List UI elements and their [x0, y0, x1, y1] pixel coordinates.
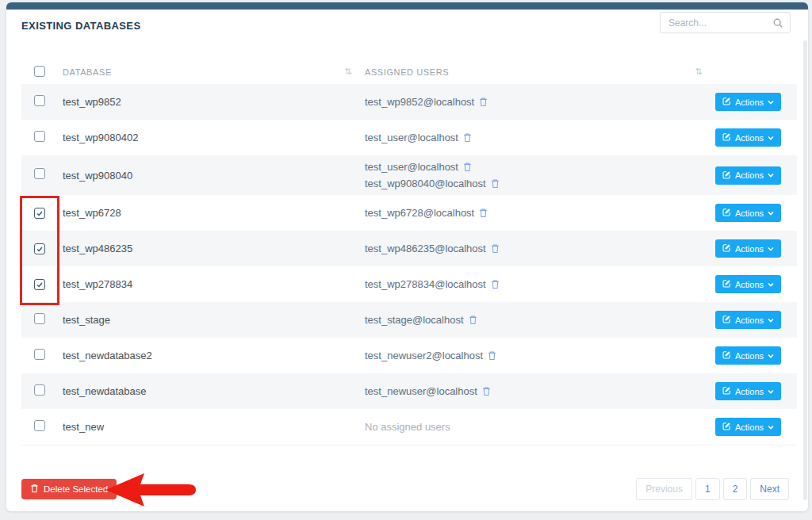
row-checkbox[interactable] — [34, 420, 45, 431]
chevron-down-icon — [768, 247, 774, 251]
remove-user-trash-icon[interactable] — [479, 97, 488, 107]
database-name: test_new — [63, 421, 357, 433]
table-row: test_newdatabase test_newuser@localhost … — [21, 373, 797, 409]
actions-label: Actions — [735, 351, 764, 361]
row-checkbox[interactable] — [34, 131, 45, 142]
user-name: test_stage@localhost — [365, 312, 464, 328]
table-body: test_wp9852 test_wp9852@localhost Action… — [21, 84, 797, 445]
edit-icon — [722, 170, 731, 181]
column-header-assigned-users[interactable]: ASSIGNED USERS — [365, 67, 449, 77]
column-header-database[interactable]: DATABASE — [63, 67, 112, 77]
remove-user-trash-icon[interactable] — [482, 386, 491, 396]
remove-user-trash-icon[interactable] — [491, 178, 500, 189]
actions-button[interactable]: Actions — [715, 418, 781, 436]
remove-user-trash-icon[interactable] — [469, 315, 477, 325]
pagination-previous[interactable]: Previous — [636, 478, 692, 500]
row-checkbox[interactable] — [34, 349, 45, 360]
row-checkbox[interactable] — [34, 279, 45, 290]
delete-selected-button[interactable]: Delete Selected — [21, 479, 117, 499]
row-checkbox[interactable] — [34, 168, 45, 179]
remove-user-trash-icon[interactable] — [479, 208, 488, 218]
database-name: test_wp6728 — [63, 207, 357, 219]
pagination: Previous 1 2 Next — [636, 478, 789, 500]
row-checkbox[interactable] — [34, 384, 45, 396]
assigned-user: test_stage@localhost — [365, 312, 707, 328]
pagination-page-2[interactable]: 2 — [723, 478, 748, 500]
table-row: test_wp9080402 test_user@localhost Actio… — [21, 120, 797, 155]
table-row: test_wp486235 test_wp486235@localhost Ac… — [21, 231, 797, 266]
remove-user-trash-icon[interactable] — [463, 132, 472, 143]
actions-label: Actions — [735, 208, 764, 218]
assigned-user: test_wp908040@localhost — [365, 175, 707, 192]
user-name: test_user@localhost — [365, 129, 458, 146]
database-name: test_wp278834 — [63, 278, 357, 290]
user-name: test_user@localhost — [365, 159, 458, 175]
actions-label: Actions — [735, 244, 764, 254]
row-checkbox[interactable] — [34, 313, 45, 324]
table-row: test_wp278834 test_wp278834@localhost Ac… — [21, 266, 797, 302]
database-name: test_wp908040 — [63, 170, 357, 182]
scrollbar-track[interactable] — [803, 40, 807, 500]
edit-icon — [722, 350, 731, 361]
chevron-down-icon — [768, 100, 774, 105]
table-row: test_new No assigned users Actions — [21, 409, 797, 445]
assigned-user: test_wp278834@localhost — [365, 276, 707, 292]
assigned-user: test_wp9852@localhost — [365, 94, 707, 110]
user-name: test_newuser2@localhost — [365, 347, 483, 364]
chevron-down-icon — [768, 173, 774, 178]
actions-button[interactable]: Actions — [715, 346, 781, 365]
user-name: test_wp278834@localhost — [365, 276, 486, 292]
chevron-down-icon — [768, 318, 774, 323]
chevron-down-icon — [768, 282, 774, 287]
assigned-users-cell: No assigned users — [357, 419, 707, 435]
pagination-page-1[interactable]: 1 — [695, 478, 720, 500]
table-header-row: DATABASE ⇅ ASSIGNED USERS ⇅ — [21, 59, 797, 84]
assigned-users-cell: test_newuser@localhost — [357, 383, 707, 400]
pagination-next[interactable]: Next — [750, 478, 789, 500]
assigned-users-cell: test_wp486235@localhost — [357, 240, 707, 257]
actions-button[interactable]: Actions — [715, 382, 781, 400]
actions-button[interactable]: Actions — [715, 275, 781, 293]
actions-button[interactable]: Actions — [715, 166, 781, 185]
row-checkbox[interactable] — [34, 208, 45, 219]
remove-user-trash-icon[interactable] — [488, 350, 496, 361]
actions-label: Actions — [735, 315, 764, 325]
edit-icon — [722, 279, 731, 289]
assigned-user: test_user@localhost — [365, 159, 707, 175]
database-name: test_wp9852 — [63, 96, 357, 108]
search-icon — [772, 17, 783, 29]
select-all-checkbox[interactable] — [34, 66, 45, 77]
database-name: test_newdatabase — [63, 385, 357, 397]
page-title: EXISTING DATABASES — [21, 20, 140, 32]
row-checkbox[interactable] — [34, 243, 45, 254]
actions-button[interactable]: Actions — [715, 204, 781, 222]
database-name: test_newdatabase2 — [63, 350, 357, 361]
actions-label: Actions — [735, 170, 764, 180]
assigned-users-cell: test_user@localhost test_wp908040@localh… — [357, 159, 707, 192]
row-checkbox[interactable] — [34, 95, 45, 106]
sort-icon-database[interactable]: ⇅ — [344, 67, 352, 77]
table-row: test_wp908040 test_user@localhost test_w… — [21, 155, 797, 195]
assigned-user: test_newuser2@localhost — [365, 347, 707, 364]
table-row: test_stage test_stage@localhost Actions — [21, 302, 797, 338]
edit-icon — [722, 132, 731, 143]
actions-button[interactable]: Actions — [715, 93, 781, 111]
remove-user-trash-icon[interactable] — [491, 243, 500, 254]
assigned-users-cell: test_wp9852@localhost — [357, 94, 707, 110]
actions-label: Actions — [735, 422, 764, 432]
actions-button[interactable]: Actions — [715, 239, 781, 258]
edit-icon — [722, 97, 731, 107]
sort-icon-assigned-users[interactable]: ⇅ — [695, 67, 703, 77]
chevron-down-icon — [768, 389, 774, 394]
actions-button[interactable]: Actions — [715, 128, 781, 147]
remove-user-trash-icon[interactable] — [491, 279, 500, 289]
remove-user-trash-icon[interactable] — [463, 162, 472, 172]
databases-table: DATABASE ⇅ ASSIGNED USERS ⇅ test_wp9852 … — [21, 59, 797, 445]
actions-button[interactable]: Actions — [715, 311, 781, 329]
assigned-users-cell: test_wp278834@localhost — [357, 276, 707, 292]
user-name: test_wp908040@localhost — [365, 175, 486, 192]
user-name: test_wp6728@localhost — [365, 205, 474, 221]
assigned-user: test_wp6728@localhost — [365, 205, 707, 221]
search-input[interactable] — [668, 17, 772, 29]
edit-icon — [722, 243, 731, 254]
